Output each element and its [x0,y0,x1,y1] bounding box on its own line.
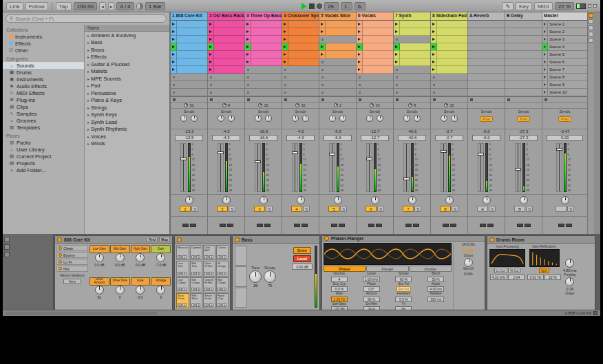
clip-slot[interactable] [319,89,356,96]
scene-launch-icon[interactable] [542,66,548,73]
pad-mute-button[interactable]: M [204,288,209,291]
phase-field[interactable]: 0.0° [363,286,380,292]
track-activator[interactable]: 6 [366,206,377,212]
center-field[interactable]: 1.00 kHz [363,277,381,282]
pan-knob[interactable] [445,196,454,204]
chain-select-icon[interactable] [59,246,62,250]
clip-slot[interactable] [505,43,542,51]
clip[interactable] [171,43,207,51]
pad-solo-button[interactable]: S [209,272,213,275]
scene-launch-icon[interactable] [542,36,548,43]
solo-button[interactable]: S [452,206,458,212]
clip-slot[interactable] [245,66,282,74]
clip[interactable] [245,28,282,36]
send-a-knob[interactable] [218,115,224,122]
record-button[interactable] [317,3,322,9]
solo-button[interactable]: S [377,206,384,212]
pad-mute-button[interactable]: M [218,288,222,291]
clip[interactable] [394,28,430,36]
drum-pad-bass-drum[interactable]: Bass Drum M S [176,293,189,308]
clip-stop-button[interactable] [171,96,207,103]
scene-1[interactable]: Scene 1 [542,21,587,28]
scene-7[interactable]: Scene 7 [542,66,587,74]
clip-slot[interactable] [282,74,319,81]
clip-stop-button[interactable] [319,96,356,103]
clip-slot[interactable] [171,81,207,89]
clip[interactable] [357,36,393,43]
spread-field[interactable]: 60 % [395,277,412,282]
clip-play-icon[interactable] [208,21,214,28]
clip[interactable] [282,51,319,58]
send-a-knob[interactable] [441,115,447,122]
search-input[interactable] [15,17,162,21]
volume-value[interactable]: -16.6 [249,135,277,141]
clip[interactable] [208,58,244,66]
volume-value[interactable]: -12.7 [361,135,389,141]
scene-3[interactable]: Scene 3 [542,36,587,43]
tone-knob[interactable] [249,270,262,283]
clip[interactable] [171,66,207,74]
solo-button[interactable]: S [414,206,421,212]
clip-stop-button[interactable] [357,96,393,103]
clip-play-icon[interactable] [319,51,326,58]
chain-hot[interactable]: Hot [56,266,88,272]
track-activator[interactable]: 3 [254,206,265,212]
clip-slot[interactable] [468,58,505,66]
clip-play-icon[interactable] [171,21,177,28]
clip[interactable] [431,21,467,28]
macro-rand-button[interactable]: Rnd [147,237,158,242]
track-header[interactable]: 7 Synth [394,12,430,21]
env-follower-toggle[interactable]: Env Fol [396,286,411,292]
sidebar-item-clips[interactable]: ▤Clips [3,103,84,110]
track-header[interactable]: 8 Sidechain Pad [431,12,467,21]
clip-slot[interactable] [282,66,319,74]
spin-amount-field[interactable]: 22 % [544,275,561,280]
clip-stop-button[interactable] [468,96,505,103]
clip[interactable] [357,51,393,58]
clip-play-icon[interactable] [171,28,177,35]
clip-stop-button[interactable] [208,96,244,103]
clip-play-icon[interactable] [208,28,214,35]
clip-slot[interactable] [208,74,244,81]
scene-10[interactable]: Scene 10 [542,89,587,96]
macro-knob[interactable] [156,253,165,262]
blend-field[interactable]: 50 % [427,277,444,282]
duty-cycle-field[interactable]: 0.0 % [331,286,348,292]
pad-solo-button[interactable]: S [196,272,200,275]
pad-solo-button[interactable]: S [209,303,213,307]
sidebar-item-midi-effects[interactable]: ◇MIDI Effects [3,89,84,96]
track-header[interactable]: 2 Osl Bass Rack [208,12,244,21]
browser-entry-mallets[interactable]: ▸Mallets [85,68,169,76]
warmth-knob[interactable] [464,258,473,267]
lo-cut-toggle[interactable]: Lo Cut [494,268,507,273]
clip[interactable] [319,43,356,51]
clip-slot[interactable] [505,89,542,96]
clip-play-icon[interactable] [394,21,400,28]
post-toggle[interactable]: Post [558,116,571,122]
scene-launch-icon[interactable] [542,21,548,28]
clip[interactable] [357,21,393,28]
position-units-field[interactable]: 6. [355,2,366,10]
clip[interactable] [357,43,393,51]
clip-play-icon[interactable] [357,51,363,58]
pan-knob[interactable] [371,196,379,204]
clip[interactable] [394,21,430,28]
clip-slot[interactable] [357,81,393,89]
macro-knob[interactable] [95,253,104,262]
clip-slot[interactable] [394,89,430,96]
clip[interactable] [357,66,393,74]
volume-fader[interactable] [515,143,521,192]
send-b-knob[interactable] [302,115,309,122]
clip-play-icon[interactable] [282,58,288,65]
clip-slot[interactable] [505,21,542,28]
pad-mute-button[interactable]: M [191,288,195,291]
scene-8[interactable]: Scene 8 [542,74,587,81]
clip[interactable] [208,66,244,74]
clip-slot[interactable] [468,66,505,74]
clip-play-icon[interactable] [357,66,363,73]
bass-output-value[interactable]: 0.00 dB [292,264,313,270]
drum-pad-mid-conga[interactable]: Mid Conga M S [216,277,229,292]
clip-slot[interactable] [394,36,430,43]
chain-lo-fi[interactable]: Lo Fi [56,259,88,265]
scene-launch-icon[interactable] [542,43,548,50]
